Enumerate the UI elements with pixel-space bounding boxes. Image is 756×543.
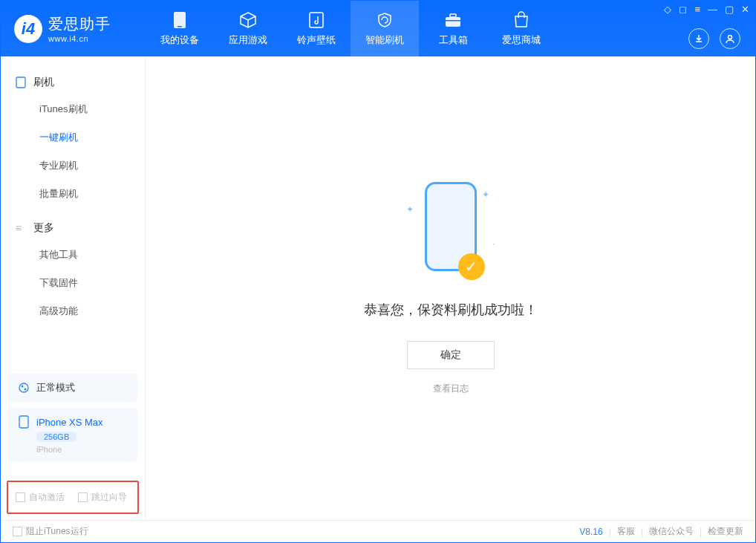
tab-smart-flash[interactable]: 智能刷机 (351, 1, 419, 56)
checkbox-label: 跳过向导 (91, 491, 127, 504)
svg-rect-1 (177, 26, 182, 27)
app-title: 爱思助手 (48, 14, 111, 34)
sidebar-item-advanced[interactable]: 高级功能 (1, 297, 145, 325)
mode-label: 正常模式 (36, 381, 75, 394)
checkbox-box (16, 492, 25, 502)
tab-my-device[interactable]: 我的设备 (146, 1, 214, 56)
maximize-button[interactable]: ▢ (725, 4, 734, 15)
tab-toolbox[interactable]: 工具箱 (419, 1, 487, 56)
tab-label: 应用游戏 (229, 33, 267, 47)
phone-icon (171, 11, 189, 29)
sidebar-item-oneclick-flash[interactable]: 一键刷机 (1, 123, 145, 152)
sidebar-item-pro-flash[interactable]: 专业刷机 (1, 152, 145, 180)
device-name: iPhone XS Max (36, 417, 103, 428)
divider: | (700, 527, 702, 537)
checkbox-block-itunes[interactable]: 阻止iTunes运行 (13, 525, 88, 538)
device-type: iPhone (36, 445, 62, 454)
cube-icon (239, 11, 257, 29)
tab-label: 爱思商城 (502, 33, 541, 47)
checkbox-skip-guide[interactable]: 跳过向导 (78, 491, 127, 504)
version-label: V8.16 (579, 527, 602, 537)
minimize-button[interactable]: — (708, 4, 717, 15)
sparkle-icon: ✦ (482, 189, 489, 200)
tab-store[interactable]: 爱思商城 (487, 1, 555, 56)
window-controls: ◇ ◻ ≡ — ▢ ✕ (664, 4, 749, 15)
skin-icon[interactable]: ◇ (664, 4, 671, 15)
phone-small-icon (17, 415, 30, 429)
checkbox-box (13, 527, 22, 536)
device-cards: 正常模式 iPhone XS Max 256GB iPhone (1, 366, 145, 475)
app-logo-icon: i4 (14, 15, 42, 43)
tab-ringtone-wallpaper[interactable]: 铃声壁纸 (282, 1, 351, 56)
check-update-link[interactable]: 检查更新 (708, 525, 743, 538)
sparkle-icon: ✦ (406, 204, 414, 215)
shopping-bag-icon (512, 11, 530, 29)
close-button[interactable]: ✕ (741, 4, 749, 15)
sidebar: 刷机 iTunes刷机 一键刷机 专业刷机 批量刷机 ≡ 更多 其他工具 下载固… (1, 56, 146, 520)
sidebar-section-header[interactable]: ≡ 更多 (1, 215, 145, 241)
svg-point-10 (25, 388, 27, 391)
checkbox-auto-activate[interactable]: 自动激活 (16, 491, 65, 504)
more-icon: ≡ (16, 222, 27, 234)
tab-label: 智能刷机 (365, 33, 404, 47)
success-message: 恭喜您，保资料刷机成功啦！ (364, 301, 538, 319)
checkmark-badge-icon: ✓ (458, 253, 485, 280)
support-link[interactable]: 客服 (617, 525, 635, 538)
main-content: ✦ ✦ · ✓ 恭喜您，保资料刷机成功啦！ 确定 查看日志 (146, 56, 755, 520)
svg-point-6 (729, 36, 732, 39)
checkbox-label: 阻止iTunes运行 (26, 525, 88, 538)
tab-label: 我的设备 (160, 33, 199, 47)
storage-badge: 256GB (36, 432, 76, 442)
svg-rect-7 (16, 77, 25, 88)
wechat-link[interactable]: 微信公众号 (649, 525, 694, 538)
checkbox-box (78, 492, 88, 502)
sidebar-section-header[interactable]: 刷机 (1, 70, 145, 95)
svg-point-9 (22, 386, 24, 388)
menu-icon[interactable]: ≡ (694, 4, 700, 15)
divider: | (609, 527, 611, 537)
toolbox-icon (444, 11, 462, 29)
shirt-icon[interactable]: ◻ (679, 4, 687, 15)
app-header: i4 爱思助手 www.i4.cn 我的设备 应用游戏 铃声壁纸 智能刷机 工具… (1, 1, 755, 56)
mode-card[interactable]: 正常模式 (8, 374, 137, 402)
download-button[interactable] (688, 28, 709, 49)
music-note-icon (307, 11, 325, 29)
sidebar-item-batch-flash[interactable]: 批量刷机 (1, 180, 145, 208)
sidebar-item-itunes-flash[interactable]: iTunes刷机 (1, 95, 145, 123)
tab-apps-games[interactable]: 应用游戏 (214, 1, 282, 56)
status-bar: 阻止iTunes运行 V8.16 | 客服 | 微信公众号 | 检查更新 (1, 520, 755, 542)
device-card[interactable]: iPhone XS Max 256GB iPhone (8, 408, 137, 461)
svg-rect-5 (446, 20, 460, 22)
ok-button[interactable]: 确定 (407, 341, 495, 369)
section-title: 更多 (33, 221, 54, 235)
app-subtitle: www.i4.cn (48, 34, 111, 43)
device-icon (16, 77, 27, 88)
svg-rect-3 (446, 17, 460, 27)
sparkle-icon: · (492, 238, 495, 249)
sidebar-item-other-tools[interactable]: 其他工具 (1, 241, 145, 269)
user-button[interactable] (720, 28, 740, 49)
sidebar-section-flash: 刷机 iTunes刷机 一键刷机 专业刷机 批量刷机 (1, 70, 145, 215)
header-right-icons (688, 28, 740, 49)
tab-label: 工具箱 (439, 33, 468, 47)
view-log-link[interactable]: 查看日志 (433, 383, 469, 395)
svg-point-8 (19, 383, 28, 392)
main-nav-tabs: 我的设备 应用游戏 铃声壁纸 智能刷机 工具箱 爱思商城 (146, 1, 555, 56)
sidebar-section-more: ≡ 更多 其他工具 下载固件 高级功能 (1, 215, 145, 333)
refresh-shield-icon (376, 11, 394, 29)
svg-rect-4 (450, 14, 456, 17)
sidebar-item-download-firmware[interactable]: 下载固件 (1, 269, 145, 297)
divider: | (641, 527, 643, 537)
svg-rect-2 (310, 13, 323, 27)
tab-label: 铃声壁纸 (297, 33, 336, 47)
mode-icon (17, 381, 30, 394)
bottom-options-box: 自动激活 跳过向导 (7, 481, 139, 514)
svg-rect-11 (19, 416, 28, 428)
success-illustration: ✦ ✦ · ✓ (406, 182, 495, 286)
section-title: 刷机 (33, 76, 54, 89)
logo-area: i4 爱思助手 www.i4.cn (1, 14, 146, 43)
svg-rect-0 (174, 12, 186, 28)
checkbox-label: 自动激活 (29, 491, 65, 504)
